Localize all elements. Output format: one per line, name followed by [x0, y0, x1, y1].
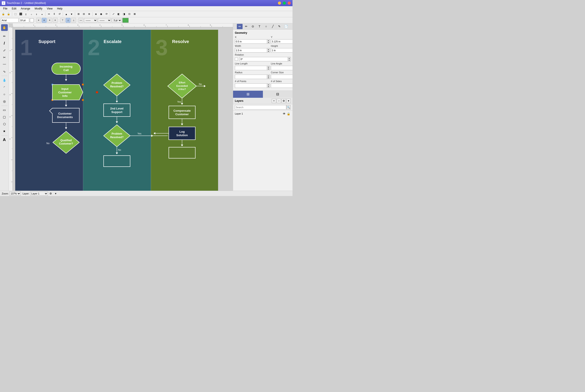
remove-layer-btn[interactable]: −	[276, 99, 281, 103]
line-width-select[interactable]: 3 pt	[112, 18, 122, 22]
settings-layer-btn[interactable]: ⚙	[281, 99, 286, 103]
align-top-btn[interactable]: ⬧	[40, 12, 44, 16]
line-style-select[interactable]: —— - - - ···	[84, 18, 97, 22]
x-input[interactable]	[235, 39, 267, 44]
close-button[interactable]	[288, 2, 291, 5]
menu-file[interactable]: File	[1, 6, 10, 10]
fill-color-box[interactable]	[122, 18, 129, 23]
layer-status-select[interactable]: Layer 1	[30, 192, 48, 196]
curve-tool-btn[interactable]: ∿	[1, 68, 8, 75]
radius-input[interactable]	[235, 74, 267, 79]
front-btn[interactable]: ▲	[64, 12, 69, 16]
rotation-down-arrow[interactable]: ▼	[288, 59, 290, 61]
corner-size-input[interactable]	[271, 74, 292, 79]
style-btn[interactable]: ◈	[93, 12, 98, 16]
extra4-btn[interactable]: ⊡	[127, 12, 132, 16]
valign-mid-btn[interactable]: ⊥	[66, 18, 71, 23]
lasso-rtool-btn[interactable]: ⊙	[250, 24, 256, 29]
align-right-btn[interactable]: ⫾	[34, 12, 39, 16]
minimize-button[interactable]	[278, 2, 281, 5]
properties-tab[interactable]: ⊟	[263, 91, 293, 98]
maximize-button[interactable]	[283, 2, 286, 5]
unlock-btn[interactable]: 🔓	[6, 12, 11, 16]
ellipse-rtool-btn[interactable]: ○	[263, 24, 269, 29]
rotate-left-btn[interactable]: ↺	[57, 12, 62, 16]
x-down-arrow[interactable]: ▼	[267, 42, 270, 44]
search-btn[interactable]: 🔍	[286, 105, 291, 110]
font-family-input[interactable]	[1, 18, 19, 22]
expand-btn[interactable]: ⊞	[76, 12, 81, 16]
line-length-input[interactable]	[235, 66, 267, 70]
width-down-arrow[interactable]: ▼	[267, 50, 270, 52]
layers-search-input[interactable]	[235, 105, 286, 110]
back-btn[interactable]: ▼	[69, 12, 74, 16]
paste-style-btn[interactable]: ⟳	[104, 12, 109, 16]
line-angle-input[interactable]	[271, 66, 292, 70]
rounded-rect-tool-btn[interactable]: ▢	[1, 114, 8, 120]
diagram[interactable]: 1 2 3 Support Escalate Resolve	[15, 30, 218, 191]
menu-modify[interactable]: Modify	[33, 6, 45, 10]
layers-tab[interactable]: ⊞	[233, 91, 263, 98]
nudge-btn[interactable]: ⊕	[87, 12, 92, 16]
copy-style-btn[interactable]: ◉	[99, 12, 104, 16]
text-color-box[interactable]	[30, 18, 34, 22]
eyedropper-tool-btn[interactable]: 💧	[1, 77, 8, 84]
extra2-btn[interactable]: ◧	[116, 12, 121, 16]
arc-tool-btn[interactable]: ◜	[1, 84, 8, 90]
menu-arrange[interactable]: Arrange	[19, 6, 33, 10]
menu-edit[interactable]: Edit	[10, 6, 19, 10]
menu-help[interactable]: Help	[55, 6, 65, 10]
ll-down-arrow[interactable]: ▼	[267, 68, 270, 70]
transform-tool-btn[interactable]: ⤢	[1, 47, 8, 54]
lock-btn[interactable]: 🔒	[1, 12, 6, 16]
valign-top-btn[interactable]: ⊤	[60, 18, 65, 23]
page-rtool-btn[interactable]: 📄	[283, 24, 289, 29]
extra1-btn[interactable]: ⤢	[111, 12, 116, 16]
add-layer-btn[interactable]: +	[272, 99, 276, 103]
align-center-text-btn[interactable]: ≡	[42, 18, 47, 23]
zoom-select[interactable]: 137% 100% 150% 200%	[10, 192, 21, 196]
flip-h-btn[interactable]: ⇔	[46, 12, 51, 16]
ellipse-tool-btn[interactable]: ○	[1, 91, 8, 98]
ungroup-btn[interactable]: ⬛	[18, 12, 23, 16]
align-left-btn[interactable]: ⫿	[24, 12, 29, 16]
zigzag-tool-btn[interactable]: 〰	[1, 61, 8, 68]
menu-view[interactable]: View	[45, 6, 55, 10]
height-input[interactable]	[271, 48, 292, 52]
pts-up-arrow[interactable]: ▲	[267, 84, 270, 86]
r-down-arrow[interactable]: ▼	[267, 77, 270, 79]
flip-v-btn[interactable]: ⇕	[52, 12, 57, 16]
rect-tool-btn[interactable]: ▭	[1, 106, 8, 113]
x-up-arrow[interactable]: ▲	[267, 40, 270, 42]
valign-bot-btn[interactable]: ⊥	[71, 18, 76, 23]
star-tool-btn[interactable]: ★	[1, 128, 8, 134]
pencil-rtool-btn[interactable]: ✏	[243, 24, 249, 29]
rotation-checkbox[interactable]	[235, 58, 238, 61]
extra5-btn[interactable]: ⊠	[132, 12, 137, 16]
layer1-item[interactable]: Layer 1 👁 🔒	[233, 110, 292, 117]
align-center-btn[interactable]: ⬦	[29, 12, 34, 16]
y-input[interactable]	[271, 39, 292, 44]
align-right-text-btn[interactable]: ≡	[47, 18, 52, 23]
eraser-tool-btn[interactable]: ✂	[1, 54, 8, 61]
align-justify-text-btn[interactable]: ≡	[53, 18, 58, 23]
sides-input[interactable]	[271, 84, 292, 88]
bullseye-tool-btn[interactable]: ◎	[1, 98, 8, 104]
group-btn[interactable]: ⬚	[13, 12, 18, 16]
align-left-text-btn[interactable]: ≡	[36, 18, 41, 23]
rotation-up-arrow[interactable]: ▲	[288, 57, 290, 59]
line-tool-btn[interactable]: /	[1, 40, 8, 46]
font-size-input[interactable]	[19, 18, 29, 22]
line-rtool-btn[interactable]: ╱	[270, 24, 276, 29]
brush-rtool-btn[interactable]: ✎	[276, 24, 282, 29]
pencil-tool-btn[interactable]: ✏	[1, 33, 8, 40]
layer-visibility-btn[interactable]: 👁	[282, 112, 286, 116]
extra3-btn[interactable]: ◨	[122, 12, 126, 16]
polygon-tool-btn[interactable]: ⬡	[1, 121, 8, 127]
layer-settings-btn[interactable]: ⚙	[49, 192, 53, 196]
width-up-arrow[interactable]: ▲	[267, 48, 270, 50]
layer-expand-btn[interactable]: ▾	[54, 192, 58, 196]
r-up-arrow[interactable]: ▲	[267, 75, 270, 77]
text-tool-btn[interactable]: A	[1, 136, 8, 143]
layer-lock-btn[interactable]: 🔒	[286, 112, 291, 116]
